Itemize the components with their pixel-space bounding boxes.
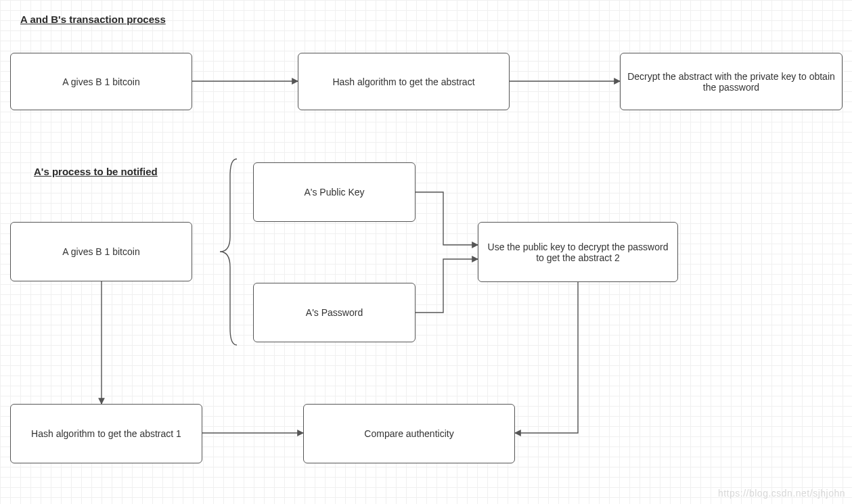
box-a3: Decrypt the abstract with the private ke… [620,53,843,110]
box-c2: Compare authenticity [303,404,515,463]
watermark: https://blog.csdn.net/sjhjohn [718,488,845,499]
box-b2: A's Public Key [253,162,416,222]
heading-top: A and B's transaction process [20,14,166,25]
box-a1: A gives B 1 bitcoin [10,53,192,110]
diagram-canvas: A and B's transaction process A's proces… [0,0,852,504]
box-b4: Use the public key to decrypt the passwo… [478,222,678,282]
heading-mid: A's process to be notified [34,166,158,177]
box-a2: Hash algorithm to get the abstract [298,53,510,110]
box-c1: Hash algorithm to get the abstract 1 [10,404,202,463]
box-b3: A's Password [253,283,416,342]
box-b1: A gives B 1 bitcoin [10,222,192,281]
